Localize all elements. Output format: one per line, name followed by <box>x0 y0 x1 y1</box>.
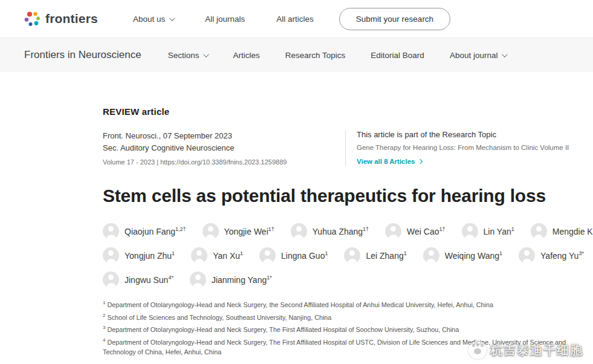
author-name: Jingwu Sun4* <box>125 275 173 285</box>
affiliation-line: 2School of Life Sciences and Technology,… <box>103 310 583 323</box>
author-row: Qiaojun Fang1,2† Yongjie Wei1† Yuhua Zha… <box>103 223 586 239</box>
nav-research-topics[interactable]: Research Topics <box>285 51 346 60</box>
submit-research-button[interactable]: Submit your research <box>339 8 450 30</box>
author-name: Mengdie Kong2 <box>552 226 593 236</box>
author-chip[interactable]: Qiaojun Fang1,2† <box>103 223 186 239</box>
journal-nav: Frontiers in Neuroscience Sections Artic… <box>0 38 593 72</box>
view-all-articles-link[interactable]: View all 8 Articles <box>357 158 422 165</box>
nav-sections[interactable]: Sections <box>168 51 208 60</box>
citation-doi-line: Volume 17 - 2023 | https://doi.org/10.33… <box>103 158 334 166</box>
chevron-down-icon <box>203 51 209 57</box>
author-name: Yafeng Yu3* <box>540 250 584 261</box>
nav-editorial-board[interactable]: Editorial Board <box>371 51 424 60</box>
author-name: Yongjun Zhu1 <box>125 250 175 261</box>
author-name: Yuhua Zhang1† <box>313 226 369 236</box>
nav-about-journal[interactable]: About journal <box>450 51 507 60</box>
author-name: Jianming Yang1* <box>212 275 272 285</box>
avatar <box>462 223 478 239</box>
vertical-divider <box>345 130 346 166</box>
affiliation-line: 1Department of Otolaryngology-Head and N… <box>103 297 583 310</box>
avatar <box>259 247 276 264</box>
avatar <box>385 223 401 239</box>
author-list: Qiaojun Fang1,2† Yongjie Wei1† Yuhua Zha… <box>103 223 586 288</box>
affiliation-list: 1Department of Otolaryngology-Head and N… <box>103 297 583 357</box>
affiliation-line: 4Department of Otolaryngology-Head and N… <box>103 335 583 358</box>
author-name: Lingna Guo1 <box>281 250 328 261</box>
author-name: Lei Zhang1 <box>366 250 406 261</box>
article-title: Stem cells as potential therapeutics for… <box>103 184 580 207</box>
author-chip[interactable]: Wei Cao1† <box>385 223 445 239</box>
avatar <box>423 247 439 264</box>
author-chip[interactable]: Lin Yan1 <box>462 223 514 239</box>
author-chip[interactable]: Yan Xu1 <box>191 247 243 264</box>
author-name: Weiqing Wang1 <box>445 250 502 261</box>
journal-title-link[interactable]: Frontiers in Neuroscience <box>24 49 141 61</box>
author-row: Yongjun Zhu1 Yan Xu1 Lingna Guo1 Lei Zha… <box>103 247 586 264</box>
author-chip[interactable]: Lei Zhang1 <box>344 247 406 264</box>
affiliation-line: 3Department of Otolaryngology-Head and N… <box>103 322 583 335</box>
article-meta: Front. Neurosci., 07 September 2023 Sec.… <box>103 130 580 166</box>
article-type-label: REVIEW article <box>103 106 580 117</box>
nav-editorial-board-label: Editorial Board <box>371 51 424 60</box>
research-topic-intro: This article is part of the Research Top… <box>357 130 580 139</box>
article-page: REVIEW article Front. Neurosci., 07 Sept… <box>0 72 593 364</box>
chevron-right-icon <box>417 159 422 164</box>
frontiers-logo-icon <box>24 11 41 27</box>
nav-sections-label: Sections <box>168 51 199 60</box>
avatar <box>103 223 119 239</box>
nav-research-topics-label: Research Topics <box>285 51 346 60</box>
nav-all-journals-label: All journals <box>205 15 245 24</box>
author-chip[interactable]: Yuhua Zhang1† <box>291 223 369 239</box>
research-topic-title[interactable]: Gene Therapy for Hearing Loss: From Mech… <box>357 143 580 152</box>
logo-wordmark: frontiers <box>45 11 98 26</box>
research-topic-block: This article is part of the Research Top… <box>357 130 580 166</box>
avatar <box>103 247 119 264</box>
avatar <box>291 223 307 239</box>
avatar <box>519 247 535 264</box>
journal-links: Sections Articles Research Topics Editor… <box>168 51 507 60</box>
author-name: Yan Xu1 <box>213 250 243 261</box>
nav-about-us[interactable]: About us <box>133 15 173 24</box>
chevron-down-icon <box>169 15 175 21</box>
author-chip[interactable]: Weiqing Wang1 <box>423 247 502 264</box>
avatar <box>103 271 119 288</box>
chevron-down-icon <box>502 51 508 57</box>
avatar <box>344 247 360 264</box>
author-row: Jingwu Sun4* Jianming Yang1* <box>103 271 586 288</box>
top-header: frontiers About us All journals All arti… <box>0 0 593 38</box>
citation-line-2: Sec. Auditory Cognitive Neuroscience <box>103 142 334 154</box>
nav-all-journals[interactable]: All journals <box>205 15 245 24</box>
author-name: Wei Cao1† <box>407 226 445 236</box>
author-name: Lin Yan1 <box>484 226 514 236</box>
author-chip[interactable]: Jingwu Sun4* <box>103 271 173 288</box>
avatar <box>190 271 206 288</box>
nav-articles-label: Articles <box>233 51 259 60</box>
nav-all-articles[interactable]: All articles <box>276 15 314 24</box>
author-chip[interactable]: Lingna Guo1 <box>259 247 328 264</box>
author-name: Qiaojun Fang1,2† <box>125 226 186 236</box>
author-chip[interactable]: Mengdie Kong2 <box>531 223 593 239</box>
citation-line-1: Front. Neurosci., 07 September 2023 <box>103 130 334 142</box>
author-chip[interactable]: Yongjun Zhu1 <box>103 247 175 264</box>
avatar <box>203 223 219 239</box>
nav-about-us-label: About us <box>133 15 165 24</box>
author-chip[interactable]: Yongjie Wei1† <box>203 223 274 239</box>
author-name: Yongjie Wei1† <box>224 226 274 236</box>
nav-all-articles-label: All articles <box>276 15 314 24</box>
citation-block: Front. Neurosci., 07 September 2023 Sec.… <box>103 130 334 166</box>
nav-about-journal-label: About journal <box>450 51 498 60</box>
avatar <box>191 247 207 264</box>
view-all-articles-label: View all 8 Articles <box>357 158 415 165</box>
nav-articles[interactable]: Articles <box>233 51 259 60</box>
top-nav: About us All journals All articles <box>133 15 314 24</box>
author-chip[interactable]: Jianming Yang1* <box>190 271 272 288</box>
author-chip[interactable]: Yafeng Yu3* <box>519 247 584 264</box>
frontiers-logo[interactable]: frontiers <box>24 11 98 27</box>
avatar <box>531 223 547 239</box>
